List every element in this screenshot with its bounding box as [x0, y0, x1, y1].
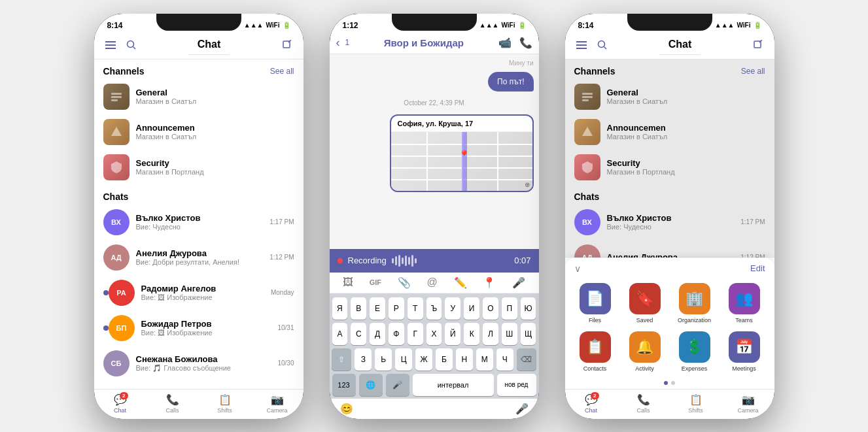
- kb-shift-2[interactable]: ⇧: [332, 348, 351, 371]
- kb-yo[interactable]: Ъ: [426, 297, 442, 320]
- channel-security-3[interactable]: Security Магазин в Портланд: [565, 150, 774, 185]
- toolbar-mic-icon-2[interactable]: 🎤: [512, 276, 525, 289]
- chat-title-2: Явор и Божидар: [355, 37, 493, 48]
- tab-chat-3[interactable]: 2 💬 Chat: [565, 393, 617, 414]
- app-activity-3[interactable]: 🔔 Activity: [624, 331, 666, 372]
- kb-soft[interactable]: Ь: [375, 348, 392, 371]
- kb-s[interactable]: С: [351, 323, 366, 345]
- kb-mic-2[interactable]: 🎤: [386, 374, 409, 396]
- bottom-mic-icon-2[interactable]: 🎤: [515, 403, 529, 415]
- channel-general-name-1: General: [136, 88, 294, 97]
- channel-security-1[interactable]: Security Магазин в Портланд: [94, 150, 304, 185]
- kb-e[interactable]: Е: [370, 297, 385, 320]
- menu-icon-1[interactable]: [103, 38, 118, 52]
- kb-o[interactable]: О: [483, 297, 498, 320]
- kb-sht[interactable]: Щ: [521, 323, 536, 345]
- compose-icon-1[interactable]: [280, 38, 294, 52]
- menu-icon-3[interactable]: [574, 38, 589, 52]
- toolbar-draw-icon-2[interactable]: ✏️: [454, 276, 467, 289]
- wifi-icon-2: WiFi: [501, 22, 515, 29]
- compose-icon-3[interactable]: [751, 38, 765, 52]
- rec-dot-2: [338, 258, 343, 263]
- back-button-2[interactable]: ‹: [336, 36, 340, 50]
- kb-ts[interactable]: Ц: [395, 348, 412, 371]
- search-icon-1[interactable]: [124, 38, 139, 52]
- tab-calls-1[interactable]: 📞 Calls: [147, 393, 199, 414]
- search-icon-3[interactable]: [595, 38, 610, 52]
- kb-newline-2[interactable]: нов ред: [497, 374, 536, 396]
- see-all-channels-3[interactable]: See all: [741, 67, 765, 76]
- nav-title-3: Chat: [659, 36, 701, 55]
- app-saved-3[interactable]: 🔖 Saved: [624, 283, 666, 324]
- kb-u[interactable]: У: [445, 297, 460, 320]
- kb-d[interactable]: Д: [370, 323, 385, 345]
- kb-v[interactable]: В: [351, 297, 366, 320]
- kb-delete-2[interactable]: ⌫: [517, 348, 536, 371]
- kb-p[interactable]: П: [502, 297, 517, 320]
- tab-shifts-1[interactable]: 📋 Shifts: [199, 393, 251, 414]
- toolbar-gif-icon-2[interactable]: GIF: [370, 278, 381, 286]
- kb-k[interactable]: К: [464, 323, 479, 345]
- kb-ch[interactable]: Ч: [496, 348, 513, 371]
- channel-general-1[interactable]: General Магазин в Сиатъл: [94, 79, 304, 114]
- signal-icon-3: ▲▲▲: [715, 22, 735, 29]
- chat-ad-3[interactable]: АД Анелия Джурова 1:12 PM: [565, 240, 774, 258]
- channel-announce-3[interactable]: Announcemen Магазин в Сиатъл: [565, 114, 774, 150]
- kb-ya[interactable]: Я: [332, 297, 348, 320]
- tab-camera-3[interactable]: 📷 Camera: [722, 393, 774, 414]
- status-icons-2: ▲▲▲ WiFi 🔋: [479, 22, 526, 29]
- emoji-icon-2[interactable]: 😊: [340, 403, 353, 415]
- toolbar-location-icon-2[interactable]: 📍: [483, 276, 496, 289]
- video-call-icon-2[interactable]: 📹: [498, 37, 512, 49]
- toolbar-mention-icon-2[interactable]: @: [427, 276, 438, 288]
- kb-b[interactable]: Б: [436, 348, 453, 371]
- kb-z[interactable]: З: [355, 348, 372, 371]
- chat-bp-1[interactable]: БП Божидар Петров Вие: 🖼 Изображение 10/…: [94, 310, 304, 346]
- kb-space-2[interactable]: интервал: [413, 374, 494, 396]
- channel-announce-1[interactable]: Announcemen Магазин в Сиатъл: [94, 114, 304, 150]
- notch-2: [392, 14, 477, 31]
- notch-3: [627, 14, 712, 31]
- channel-general-3[interactable]: General Магазин в Сиатъл: [565, 79, 774, 114]
- kb-sh[interactable]: Ш: [502, 323, 517, 345]
- kb-j[interactable]: Й: [445, 323, 460, 345]
- kb-l[interactable]: Л: [483, 323, 498, 345]
- app-teams-3[interactable]: 👥 Teams: [723, 283, 765, 324]
- chat-ad-1[interactable]: АД Анелия Джурова Вие: Добри резултати, …: [94, 240, 304, 275]
- app-meetings-3[interactable]: 📅 Meetings: [723, 331, 765, 372]
- tab-calls-3[interactable]: 📞 Calls: [617, 393, 670, 414]
- kb-globe-2[interactable]: 🌐: [359, 374, 383, 396]
- location-bubble-2[interactable]: София, ул. Круша, 17: [390, 114, 534, 192]
- tab-shifts-3[interactable]: 📋 Shifts: [670, 393, 722, 414]
- see-all-channels-1[interactable]: See all: [270, 67, 294, 76]
- chat-vx-1[interactable]: ВХ Вълко Христов Вие: Чудесно 1:17 PM: [94, 205, 304, 240]
- kb-n[interactable]: Н: [456, 348, 473, 371]
- kb-yu[interactable]: Ю: [521, 297, 536, 320]
- avatar-announce-3: [574, 119, 600, 145]
- kb-num-2[interactable]: 123: [332, 374, 356, 396]
- chat-ra-1[interactable]: РА Радомир Ангелов Вие: 🖼 Изображение Mo…: [94, 275, 304, 310]
- drawer-edit-3[interactable]: Edit: [750, 263, 765, 273]
- app-files-3[interactable]: 📄 Files: [574, 283, 616, 324]
- drawer-chevron-3[interactable]: ∨: [574, 263, 581, 274]
- kb-g[interactable]: Г: [408, 323, 423, 345]
- chat-sb-1[interactable]: СБ Снежана Божилова Вие: 🎵 Гласово съобщ…: [94, 346, 304, 381]
- kb-h[interactable]: Х: [426, 323, 442, 345]
- kb-i[interactable]: И: [464, 297, 479, 320]
- app-expenses-3[interactable]: 💲 Expenses: [674, 331, 716, 372]
- tab-camera-1[interactable]: 📷 Camera: [251, 393, 304, 414]
- kb-r[interactable]: Р: [389, 297, 404, 320]
- toolbar-attach-icon-2[interactable]: 📎: [398, 276, 411, 289]
- chat-vx-name-1: Вълко Христов: [136, 213, 264, 223]
- kb-m[interactable]: М: [476, 348, 493, 371]
- kb-f[interactable]: Ф: [389, 323, 404, 345]
- app-org-3[interactable]: 🏢 Organization: [674, 283, 716, 324]
- app-contacts-3[interactable]: 📋 Contacts: [574, 331, 616, 372]
- chat-vx-3[interactable]: ВХ Вълко Христов Вие: Чудесно 1:17 PM: [565, 205, 774, 240]
- kb-a[interactable]: А: [332, 323, 348, 345]
- kb-zh[interactable]: Ж: [415, 348, 432, 371]
- toolbar-photo-icon-2[interactable]: 🖼: [343, 276, 353, 288]
- kb-t[interactable]: Т: [408, 297, 423, 320]
- tab-chat-1[interactable]: 2 💬 Chat: [94, 393, 147, 414]
- voice-call-icon-2[interactable]: 📞: [519, 37, 532, 49]
